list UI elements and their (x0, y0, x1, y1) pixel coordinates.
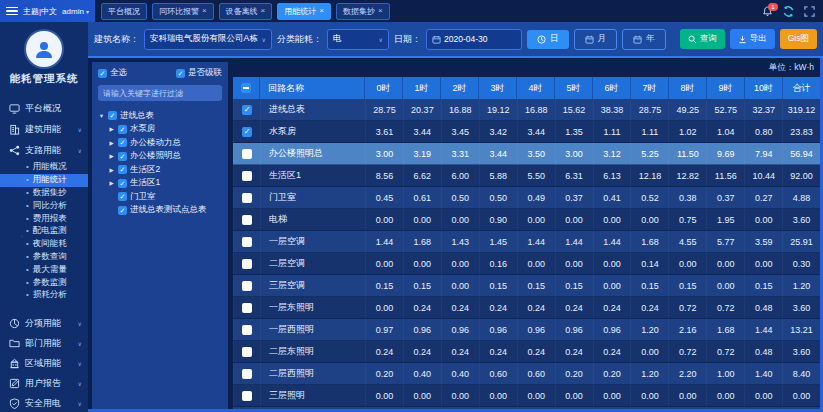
user-menu[interactable]: admin ▾ (62, 7, 89, 16)
period-day-button[interactable]: 日 (527, 30, 569, 49)
notification-bell-icon[interactable]: 1 (762, 6, 773, 17)
hour-value-cell: 5.50 (517, 165, 555, 186)
table-row[interactable]: 二层东照明0.240.240.240.240.240.240.240.000.7… (233, 341, 820, 363)
table-row[interactable]: 生活区18.566.626.005.885.506.316.1312.1812.… (233, 165, 820, 187)
theme-language-label[interactable]: 主题|中文 (23, 6, 57, 17)
tree-node-checkbox[interactable]: ✓ (118, 152, 127, 161)
sidebar-menu-item[interactable]: 区域用能∨ (0, 354, 88, 374)
sidebar-submenu-item[interactable]: •用能概况 (0, 161, 88, 174)
tree-node-checkbox[interactable]: ✓ (118, 206, 127, 215)
table-row[interactable]: 二层空调0.000.000.000.160.000.000.000.140.00… (233, 253, 820, 275)
sidebar-submenu-item[interactable]: •配电监测 (0, 225, 88, 238)
row-checkbox[interactable] (242, 149, 252, 159)
tree-node[interactable]: ▶✓生活区2 (98, 163, 222, 177)
top-tab[interactable]: 设备离线× (219, 3, 273, 20)
top-tab[interactable]: 平台概况 (101, 3, 147, 20)
table-row[interactable]: 三层空调0.150.150.000.150.150.150.000.150.15… (233, 275, 820, 297)
gis-button[interactable]: Gis图 (780, 29, 817, 49)
select-all-checkbox[interactable]: ✓ 全选 (98, 67, 127, 79)
period-year-button[interactable]: 年 (622, 29, 666, 50)
table-row[interactable]: 电梯0.000.000.000.900.000.000.000.000.751.… (233, 209, 820, 231)
row-checkbox[interactable] (242, 325, 252, 335)
tab-close-icon[interactable]: × (261, 7, 266, 15)
sidebar-submenu-item[interactable]: •参数监测 (0, 276, 88, 289)
table-row[interactable]: 三层照明0.000.000.000.000.000.000.000.000.00… (233, 385, 820, 407)
tree-expand-icon[interactable]: ▶ (108, 153, 115, 159)
top-tab[interactable]: 同环比报警× (152, 3, 214, 20)
table-row[interactable]: ✓进线总表28.7520.3716.8819.1216.8815.6238.38… (233, 99, 820, 121)
table-row[interactable]: 四层照明0.320.320.320.320.320.320.320.161.28… (233, 407, 820, 409)
row-checkbox[interactable] (242, 281, 252, 291)
tree-node-checkbox[interactable]: ✓ (118, 125, 127, 134)
top-tab[interactable]: 数据集抄× (336, 3, 390, 20)
table-row[interactable]: 门卫室0.450.610.500.500.490.370.410.520.380… (233, 187, 820, 209)
sidebar-submenu-item[interactable]: •用能统计 (0, 174, 88, 187)
tree-node-checkbox[interactable]: ✓ (118, 138, 127, 147)
row-checkbox[interactable] (242, 259, 252, 269)
date-input[interactable]: 2020-04-30 (426, 29, 522, 50)
building-select[interactable]: 安科瑞电气股份有限公司A栋 ∨ (144, 29, 272, 50)
sidebar-submenu-item[interactable]: •参数查询 (0, 251, 88, 264)
row-checkbox[interactable] (242, 237, 252, 247)
sidebar-menu-item[interactable]: 支路用能∨ (0, 140, 88, 161)
sidebar-submenu-item[interactable]: •最大需量 (0, 263, 88, 276)
tree-node-checkbox[interactable]: ✓ (108, 111, 117, 120)
table-row[interactable]: 一层东照明0.000.240.240.240.240.240.240.240.7… (233, 297, 820, 319)
row-checkbox[interactable]: ✓ (242, 105, 252, 115)
tree-node[interactable]: ▶✓办公楼照明总 (98, 150, 222, 164)
tree-node[interactable]: ✓门卫室 (98, 190, 222, 204)
period-month-button[interactable]: 月 (574, 29, 618, 50)
category-select[interactable]: 电 ∨ (327, 29, 389, 50)
row-checkbox[interactable] (242, 369, 252, 379)
sidebar-submenu-item[interactable]: •费用报表 (0, 212, 88, 225)
row-checkbox[interactable] (242, 193, 252, 203)
sidebar-menu-item[interactable]: 建筑用能∨ (0, 119, 88, 140)
row-checkbox[interactable] (242, 347, 252, 357)
sidebar-menu-item[interactable]: 平台概况 (0, 98, 88, 119)
table-row[interactable]: 二层西照明0.200.400.400.600.600.200.201.202.2… (233, 363, 820, 385)
sidebar-menu-item[interactable]: 部门用能∨ (0, 334, 88, 354)
tree-node[interactable]: ✓进线总表测试点总表 (98, 204, 222, 218)
query-button[interactable]: 查询 (680, 29, 725, 49)
tab-close-icon[interactable]: × (319, 7, 324, 15)
sidebar-menu-item[interactable]: 分项用能∨ (0, 314, 88, 334)
sidebar-menu-item[interactable]: 安全用电∨ (0, 394, 88, 412)
row-checkbox[interactable] (242, 391, 252, 401)
sidebar-submenu-item[interactable]: •数据集抄 (0, 187, 88, 200)
table-row[interactable]: 一层西照明0.970.960.960.960.960.960.961.202.1… (233, 319, 820, 341)
cascade-checkbox[interactable]: ✓ 是否级联 (176, 67, 222, 79)
sidebar-submenu-item[interactable]: •夜间能耗 (0, 238, 88, 251)
tree-search-input[interactable] (98, 85, 222, 101)
tree-expand-icon[interactable]: ▶ (108, 140, 115, 146)
tree-node[interactable]: ▶✓水泵房 (98, 123, 222, 137)
tree-expand-icon[interactable]: ▼ (98, 113, 105, 119)
table-row[interactable]: 一层空调1.441.681.431.451.441.441.441.684.55… (233, 231, 820, 253)
tree-node[interactable]: ▶✓生活区1 (98, 177, 222, 191)
tree-options-row: ✓ 全选 ✓ 是否级联 (98, 67, 222, 79)
fullscreen-icon[interactable] (804, 6, 815, 17)
tree-node[interactable]: ▼✓进线总表 (98, 109, 222, 123)
tree-node-checkbox[interactable]: ✓ (118, 192, 127, 201)
tree-node-checkbox[interactable]: ✓ (118, 165, 127, 174)
sidebar-menu-item[interactable]: 用户报告∨ (0, 374, 88, 394)
table-row[interactable]: 办公楼照明总3.003.193.313.443.503.003.125.2511… (233, 143, 820, 165)
tree-expand-icon[interactable]: ▶ (108, 180, 115, 186)
sidebar-submenu-item[interactable]: •同比分析 (0, 199, 88, 212)
tree-node[interactable]: ▶✓办公楼动力总 (98, 136, 222, 150)
tree-node-checkbox[interactable]: ✓ (118, 179, 127, 188)
row-checkbox[interactable] (242, 171, 252, 181)
row-checkbox[interactable] (242, 303, 252, 313)
tree-expand-icon[interactable]: ▶ (108, 126, 115, 132)
row-checkbox[interactable] (242, 215, 252, 225)
tree-expand-icon[interactable]: ▶ (108, 167, 115, 173)
table-row[interactable]: ✓水泵房3.613.443.453.423.441.351.111.111.02… (233, 121, 820, 143)
select-all-rows-checkbox[interactable] (241, 83, 251, 93)
tab-close-icon[interactable]: × (378, 7, 383, 15)
row-checkbox[interactable]: ✓ (242, 127, 252, 137)
sidebar-submenu-item[interactable]: •损耗分析 (0, 289, 88, 302)
hamburger-menu-icon[interactable] (6, 7, 18, 16)
tab-close-icon[interactable]: × (202, 7, 207, 15)
top-tab[interactable]: 用能统计× (277, 3, 331, 20)
export-button[interactable]: 导出 (730, 29, 775, 49)
refresh-icon[interactable] (782, 5, 795, 18)
